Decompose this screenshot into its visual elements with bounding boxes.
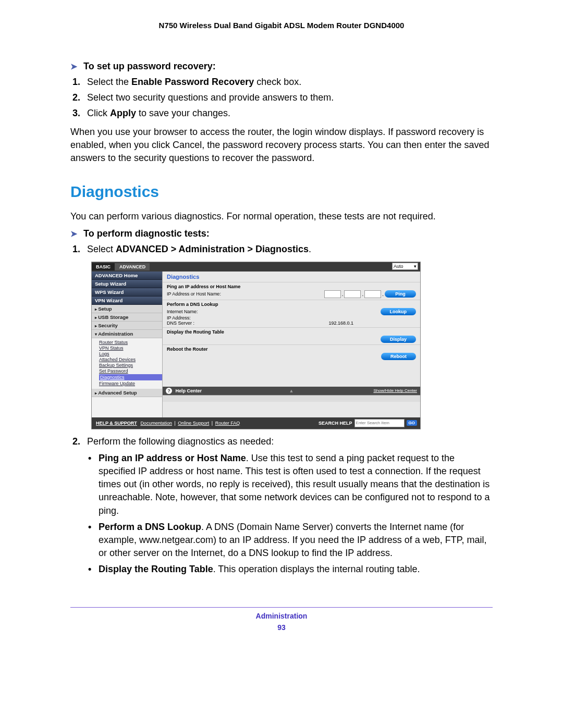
screenshot-footer: HELP & SUPPORT Documentation | Online Su… xyxy=(92,417,420,429)
sub-attached-devices[interactable]: Attached Devices xyxy=(99,357,162,362)
routing-section: Display the Routing Table Display xyxy=(163,327,420,344)
ping-button[interactable]: Ping xyxy=(385,290,416,298)
ping-octet-2[interactable] xyxy=(344,290,361,298)
sidebar-item-setup[interactable]: Setup xyxy=(92,305,162,313)
ping-section-title: Ping an IP address or Host Name xyxy=(167,284,416,289)
dns-label: Internet Name: xyxy=(167,309,198,314)
tab-advanced[interactable]: ADVANCED xyxy=(115,263,150,270)
help-bar: ? Help Center ▲ Show/Hide Help Center xyxy=(163,387,420,395)
show-hide-help-link[interactable]: Show/Hide Help Center xyxy=(373,388,417,393)
routing-section-title: Display the Routing Table xyxy=(167,329,416,335)
dns-section-title: Perform a DNS Lookup xyxy=(167,302,416,307)
pwrecovery-heading: ➤ To set up password recovery: xyxy=(70,61,493,72)
chevron-up-icon[interactable]: ▲ xyxy=(289,388,294,393)
sidebar-submenu: Router Status VPN Status Logs Attached D… xyxy=(92,338,162,389)
diag-bullets: Ping an IP address or Host Name. Use thi… xyxy=(70,452,493,576)
footer-links: HELP & SUPPORT Documentation | Online Su… xyxy=(95,421,241,426)
diag-heading-text: To perform diagnostic tests: xyxy=(83,228,210,239)
arrow-icon: ➤ xyxy=(70,229,77,239)
list-item: 2. Select two security questions and pro… xyxy=(87,91,493,105)
footer-section: Administration xyxy=(70,612,493,620)
sub-backup-settings[interactable]: Backup Settings xyxy=(99,363,162,368)
diag-heading: ➤ To perform diagnostic tests: xyxy=(70,228,493,239)
diagnostics-intro: You can perform various diagnostics. For… xyxy=(70,210,493,223)
panel-title: Diagnostics xyxy=(163,272,420,282)
tab-bar: BASIC ADVANCED Auto ▾ xyxy=(92,262,420,272)
auto-dropdown[interactable]: Auto ▾ xyxy=(392,263,418,270)
router-screenshot: BASIC ADVANCED Auto ▾ ADVANCED Home Setu… xyxy=(91,262,421,429)
go-button[interactable]: GO xyxy=(407,420,417,426)
list-item: Perform a DNS Lookup. A DNS (Domain Name… xyxy=(99,521,493,560)
sidebar-item-wps-wizard[interactable]: WPS Wizard xyxy=(92,288,162,297)
ping-octet-1[interactable] xyxy=(324,290,341,298)
help-icon[interactable]: ? xyxy=(166,388,172,394)
ping-octet-3[interactable] xyxy=(364,290,381,298)
footer-page-number: 93 xyxy=(70,623,493,632)
sub-vpn-status[interactable]: VPN Status xyxy=(99,346,162,351)
ping-section: Ping an IP address or Host Name IP Addre… xyxy=(163,282,420,300)
display-button[interactable]: Display xyxy=(381,336,416,343)
sidebar-item-usb-storage[interactable]: USB Storage xyxy=(92,313,162,322)
ip-address-label: IP Address: xyxy=(167,315,416,320)
sidebar-item-vpn-wizard[interactable]: VPN Wizard xyxy=(92,297,162,305)
sub-logs[interactable]: Logs xyxy=(99,351,162,356)
sidebar-item-setup-wizard[interactable]: Setup Wizard xyxy=(92,280,162,288)
sidebar-item-advanced-home[interactable]: ADVANCED Home xyxy=(92,272,162,280)
footer-divider xyxy=(70,607,493,608)
pwrecovery-steps: 1. Select the Enable Password Recovery c… xyxy=(70,75,493,120)
sidebar-item-security[interactable]: Security xyxy=(92,322,162,330)
ping-input-group: . . . Ping xyxy=(324,290,416,298)
horizontal-scrollbar[interactable] xyxy=(163,395,420,402)
tab-basic[interactable]: BASIC xyxy=(92,263,115,270)
sub-diagnostics[interactable]: Diagnostics xyxy=(99,374,162,380)
arrow-icon: ➤ xyxy=(70,61,77,71)
diag-steps: 1. Select ADVANCED > Administration > Di… xyxy=(70,242,493,256)
pwrecovery-heading-text: To set up password recovery: xyxy=(83,61,216,72)
screenshot-body: ADVANCED Home Setup Wizard WPS Wizard VP… xyxy=(92,272,420,417)
main-panel: Diagnostics Ping an IP address or Host N… xyxy=(163,272,420,417)
sidebar-item-administration[interactable]: Administration xyxy=(92,330,162,338)
help-center-label[interactable]: Help Center xyxy=(176,388,202,393)
online-support-link[interactable]: Online Support xyxy=(178,421,209,426)
dns-server-label: DNS Server : xyxy=(167,320,194,326)
list-item: 1. Select the Enable Password Recovery c… xyxy=(87,75,493,89)
dns-server-value: 192.168.0.1 xyxy=(328,320,416,326)
search-input[interactable] xyxy=(354,419,405,427)
sub-firmware-update[interactable]: Firmware Update xyxy=(99,381,162,386)
pwrecovery-paragraph: When you use your browser to access the … xyxy=(70,126,493,165)
reboot-section-title: Reboot the Router xyxy=(167,347,416,352)
sub-router-status[interactable]: Router Status xyxy=(99,340,162,345)
router-faq-link[interactable]: Router FAQ xyxy=(215,421,240,426)
reboot-section: Reboot the Router Reboot xyxy=(163,344,420,362)
help-support-label: HELP & SUPPORT xyxy=(96,421,137,426)
search-help-label: SEARCH HELP xyxy=(319,421,352,426)
sub-set-password[interactable]: Set Password xyxy=(99,368,162,374)
lookup-button[interactable]: Lookup xyxy=(381,308,417,315)
document-page: N750 Wireless Dual Band Gigabit ADSL Mod… xyxy=(0,0,563,728)
documentation-link[interactable]: Documentation xyxy=(140,421,172,426)
list-item: 2. Perform the following diagnostics as … xyxy=(87,435,493,449)
diag-steps-2: 2. Perform the following diagnostics as … xyxy=(70,435,493,449)
diagnostics-title: Diagnostics xyxy=(70,183,493,201)
reboot-button[interactable]: Reboot xyxy=(381,353,416,360)
list-item: 1. Select ADVANCED > Administration > Di… xyxy=(87,242,493,256)
sidebar-item-advanced-setup[interactable]: Advanced Setup xyxy=(92,389,162,397)
chevron-down-icon: ▾ xyxy=(414,264,417,269)
list-item: Ping an IP address or Host Name. Use thi… xyxy=(99,452,493,517)
sidebar: ADVANCED Home Setup Wizard WPS Wizard VP… xyxy=(92,272,163,417)
dns-section: Perform a DNS Lookup Internet Name: Look… xyxy=(163,300,420,327)
search-group: SEARCH HELP GO xyxy=(319,419,417,427)
page-header: N750 Wireless Dual Band Gigabit ADSL Mod… xyxy=(70,21,493,30)
list-item: 3. Click Apply to save your changes. xyxy=(87,106,493,120)
list-item: Display the Routing Table. This operatio… xyxy=(99,563,493,576)
ping-label: IP Address or Host Name: xyxy=(167,291,221,297)
